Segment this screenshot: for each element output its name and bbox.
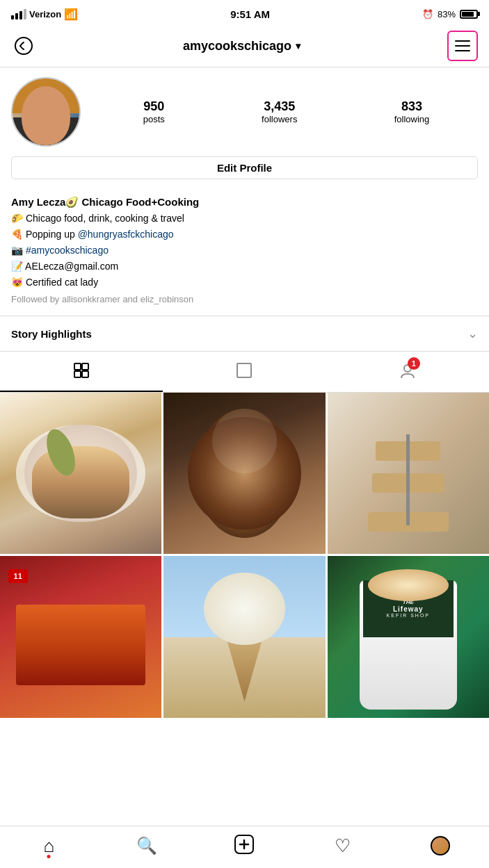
bio-section: Amy Lecza🥑 Chicago Food+Cooking 🌮 Chicag… — [0, 196, 489, 313]
list-icon — [236, 362, 252, 383]
following-label: following — [394, 114, 430, 124]
hashtag-link[interactable]: #amycookschicago — [26, 245, 109, 256]
bio-line-5: 😻 Certified cat lady — [11, 275, 478, 290]
grid-photo-1[interactable] — [0, 393, 161, 554]
bio-line-1: 🌮 Chicago food, drink, cooking & travel — [11, 211, 478, 226]
svg-point-0 — [15, 38, 32, 54]
grid-photo-5[interactable] — [163, 556, 325, 717]
svg-rect-3 — [74, 371, 81, 377]
posts-stat[interactable]: 950 posts — [143, 99, 165, 125]
back-button[interactable] — [11, 33, 36, 58]
wifi-icon: 📶 — [64, 8, 78, 21]
edit-profile-button[interactable]: Edit Profile — [11, 156, 478, 179]
followers-count: 3,435 — [264, 99, 295, 115]
status-left: Verizon 📶 — [11, 8, 78, 21]
nav-home[interactable]: ⌂ — [31, 832, 66, 860]
battery-indicator — [460, 10, 478, 19]
posts-count: 950 — [143, 99, 164, 115]
hamburger-line-2 — [455, 45, 470, 47]
profile-section: 950 posts 3,435 followers 833 following … — [0, 67, 489, 196]
story-highlights-header[interactable]: Story Highlights ⌄ — [0, 316, 489, 352]
bio-line-3: 📷 #amycookschicago — [11, 243, 478, 258]
profile-name: Amy Lecza🥑 Chicago Food+Cooking — [11, 196, 478, 208]
grid-photo-6[interactable]: THE Lifeway KEFIR SHOP — [328, 556, 489, 717]
following-stat[interactable]: 833 following — [394, 99, 430, 125]
username-text: amycookschicago — [183, 39, 291, 54]
search-icon: 🔍 — [136, 836, 157, 855]
svg-rect-2 — [82, 363, 88, 370]
followed-by-text: Followed by allisonkkramer and eliz_robi… — [11, 294, 478, 304]
post-tabs: 1 — [0, 353, 489, 393]
home-icon: ⌂ — [43, 835, 54, 857]
nav-add[interactable] — [227, 832, 262, 860]
alarm-icon: ⏰ — [422, 9, 433, 19]
status-bar: Verizon 📶 9:51 AM ⏰ 83% — [0, 0, 489, 25]
profile-top: 950 posts 3,435 followers 833 following — [11, 77, 478, 147]
grid-photo-4[interactable]: 11 — [0, 556, 161, 717]
svg-rect-1 — [74, 363, 81, 370]
carrier-label: Verizon — [29, 9, 61, 19]
app-header: amycookschicago ▾ — [0, 25, 489, 67]
add-icon — [234, 834, 255, 858]
grid-photo-3[interactable] — [328, 393, 489, 554]
avatar[interactable] — [11, 77, 81, 147]
tagged-badge: 1 — [408, 357, 420, 370]
status-time: 9:51 AM — [230, 8, 270, 20]
chevron-down-icon: ⌄ — [467, 326, 478, 341]
status-right: ⏰ 83% — [422, 9, 478, 19]
signal-bars — [11, 9, 26, 19]
heart-icon: ♡ — [335, 835, 351, 857]
tab-tagged[interactable]: 1 — [326, 353, 489, 392]
bio-line-4: 📝 AELecza@gmail.com — [11, 259, 478, 274]
menu-button[interactable] — [447, 31, 478, 61]
highlights-title: Story Highlights — [11, 328, 92, 340]
nav-profile[interactable] — [423, 832, 458, 860]
tab-list[interactable] — [163, 353, 326, 392]
home-dot — [47, 855, 51, 858]
bio-line-2: 🍕 Popping up @hungryasfckchicago — [11, 227, 478, 242]
photo-grid: 11 THE Lifeway KEFIR SHOP — [0, 393, 489, 718]
nav-profile-avatar — [431, 836, 450, 855]
hamburger-line-1 — [455, 40, 470, 42]
mention-link[interactable]: @hungryasfckchicago — [78, 229, 174, 240]
following-count: 833 — [401, 99, 422, 115]
svg-rect-4 — [82, 371, 88, 377]
bottom-nav: ⌂ 🔍 ♡ — [0, 826, 489, 868]
stats-row: 950 posts 3,435 followers 833 following — [95, 99, 478, 125]
header-username[interactable]: amycookschicago ▾ — [183, 39, 300, 54]
nav-heart[interactable]: ♡ — [325, 832, 360, 860]
posts-label: posts — [143, 114, 165, 124]
followers-stat[interactable]: 3,435 followers — [262, 99, 297, 125]
battery-percent: 83% — [438, 9, 456, 19]
hamburger-line-3 — [455, 50, 470, 51]
tab-grid[interactable] — [0, 353, 163, 392]
dropdown-icon: ▾ — [296, 40, 300, 51]
nav-search[interactable]: 🔍 — [129, 832, 164, 860]
followers-label: followers — [262, 114, 297, 124]
grid-icon — [73, 362, 90, 383]
svg-rect-5 — [237, 363, 251, 377]
grid-photo-2[interactable] — [163, 393, 325, 554]
